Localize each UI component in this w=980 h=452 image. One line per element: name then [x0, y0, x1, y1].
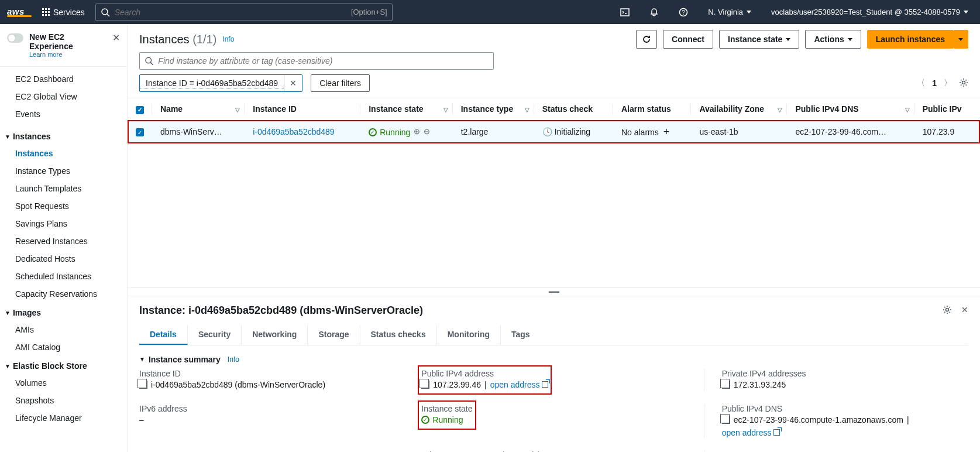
info-link[interactable]: Info [228, 355, 239, 364]
search-shortcut: [Option+S] [351, 8, 387, 16]
copy-icon[interactable] [722, 416, 730, 424]
cloudshell-icon [620, 8, 630, 17]
launch-instances-menu[interactable] [954, 30, 968, 49]
col-public-ip[interactable]: Public IPv [914, 98, 980, 120]
col-instance-type[interactable]: Instance type▽ [453, 98, 534, 120]
cell-instance-id[interactable]: i-0d469a5ba52cbd489 [253, 127, 334, 136]
svg-point-8 [946, 308, 949, 311]
copy-icon[interactable] [722, 381, 730, 389]
tab-details[interactable]: Details [139, 325, 188, 345]
external-link-icon [542, 381, 548, 388]
account-menu[interactable]: voclabs/user2538920=Test_Student @ 3552-… [766, 8, 973, 16]
sidebar-header-ebs[interactable]: ▼Elastic Block Store [0, 356, 127, 374]
aws-logo[interactable]: aws [7, 7, 32, 17]
col-status-check[interactable]: Status check [534, 98, 613, 120]
sidebar-item-spot-requests[interactable]: Spot Requests [0, 197, 127, 215]
open-address-link[interactable]: open address [490, 380, 549, 389]
add-alarm-button[interactable]: + [663, 126, 670, 138]
new-experience-toggle[interactable] [7, 33, 23, 43]
help-button[interactable]: ? [674, 8, 693, 17]
field-private-ipv4: Private IPv4 addresses 172.31.93.245 [704, 369, 968, 391]
info-link[interactable]: Info [222, 35, 234, 43]
sidebar-item-volumes[interactable]: Volumes [0, 374, 127, 392]
tab-monitoring[interactable]: Monitoring [437, 325, 501, 345]
sidebar-item-reserved-instances[interactable]: Reserved Instances [0, 232, 127, 250]
zoom-in-icon[interactable]: ⊕ [414, 127, 420, 136]
panel-splitter[interactable] [128, 287, 980, 296]
sidebar-header-instances[interactable]: ▼Instances [0, 126, 127, 145]
col-instance-state[interactable]: Instance state▽ [360, 98, 453, 120]
filter-chip: Instance ID = i-0d469a5ba52cbd489 ✕ [139, 74, 302, 92]
launch-instances-button[interactable]: Launch instances [867, 30, 954, 49]
filter-box[interactable] [139, 52, 494, 70]
col-public-dns[interactable]: Public IPv4 DNS▽ [787, 98, 914, 120]
notifications-button[interactable] [645, 8, 663, 17]
copy-icon[interactable] [139, 381, 147, 389]
tab-networking[interactable]: Networking [242, 325, 308, 345]
sidebar-item-scheduled-instances[interactable]: Scheduled Instances [0, 268, 127, 285]
services-menu[interactable]: Services [42, 8, 85, 17]
sidebar-item-savings-plans[interactable]: Savings Plans [0, 215, 127, 232]
learn-more-link[interactable]: Learn more [29, 51, 106, 58]
svg-point-7 [962, 81, 965, 84]
sidebar-item-snapshots[interactable]: Snapshots [0, 392, 127, 409]
tab-storage[interactable]: Storage [308, 325, 360, 345]
sidebar-item-lifecycle-manager[interactable]: Lifecycle Manager [0, 409, 127, 427]
filter-chip-text: Instance ID = i-0d469a5ba52cbd489 [140, 78, 284, 88]
filter-input[interactable] [158, 56, 489, 66]
col-availability-zone[interactable]: Availability Zone▽ [691, 98, 787, 120]
sidebar-item-amis[interactable]: AMIs [0, 321, 127, 338]
cell-dns: ec2-107-23-99-46.com… [787, 120, 914, 143]
cloudshell-button[interactable] [615, 8, 634, 17]
sidebar-item-capacity-reservations[interactable]: Capacity Reservations [0, 285, 127, 303]
col-name[interactable]: Name▽ [152, 98, 245, 120]
sidebar-item-ami-catalog[interactable]: AMI Catalog [0, 338, 127, 356]
field-public-ipv4: Public IPv4 address 107.23.99.46 | open … [421, 369, 686, 391]
instances-table: Name▽ Instance ID Instance state▽ Instan… [128, 98, 980, 143]
clear-filters-button[interactable]: Clear filters [311, 74, 370, 92]
grip-icon [549, 291, 559, 293]
sidebar-item-dedicated-hosts[interactable]: Dedicated Hosts [0, 250, 127, 268]
select-all-checkbox[interactable] [136, 106, 144, 114]
remove-filter-button[interactable]: ✕ [284, 75, 302, 91]
col-instance-id[interactable]: Instance ID [245, 98, 360, 120]
refresh-button[interactable] [636, 30, 657, 49]
col-alarm-status[interactable]: Alarm status [613, 98, 691, 120]
next-page-button[interactable]: 〉 [944, 78, 952, 88]
sidebar-header-images[interactable]: ▼Images [0, 303, 127, 321]
row-checkbox[interactable] [136, 128, 144, 136]
tab-security[interactable]: Security [188, 325, 242, 345]
svg-point-5 [146, 57, 152, 63]
close-icon[interactable]: ✕ [112, 32, 120, 43]
cell-az: us-east-1b [691, 120, 787, 143]
prev-page-button[interactable]: 〈 [917, 78, 925, 88]
search-input[interactable] [115, 8, 346, 17]
instance-state-button[interactable]: Instance state [719, 30, 799, 49]
field-public-dns: Public IPv4 DNS ec2-107-23-99-46.compute… [704, 404, 968, 437]
instance-summary-header[interactable]: ▼ Instance summary Info [139, 345, 968, 369]
caret-down-icon [786, 38, 790, 41]
cell-name: dbms-WinServ… [152, 120, 245, 143]
check-circle-icon [421, 416, 429, 424]
open-address-link[interactable]: open address [722, 428, 780, 437]
close-panel-button[interactable]: ✕ [961, 305, 968, 316]
actions-button[interactable]: Actions [805, 30, 861, 49]
sidebar-item-instances[interactable]: Instances [0, 145, 127, 162]
panel-settings-button[interactable] [943, 305, 952, 316]
sidebar-item-ec2-global-view[interactable]: EC2 Global View [0, 88, 127, 105]
svg-line-1 [107, 14, 109, 16]
settings-button[interactable] [959, 78, 968, 89]
sidebar-item-events[interactable]: Events [0, 105, 127, 123]
region-selector[interactable]: N. Virginia [703, 8, 756, 16]
table-row[interactable]: dbms-WinServ… i-0d469a5ba52cbd489 Runnin… [128, 120, 980, 143]
global-search[interactable]: [Option+S] [95, 4, 393, 21]
tab-tags[interactable]: Tags [501, 325, 541, 345]
sidebar-item-instance-types[interactable]: Instance Types [0, 162, 127, 180]
sidebar-item-launch-templates[interactable]: Launch Templates [0, 180, 127, 197]
zoom-out-icon[interactable]: ⊖ [424, 127, 430, 136]
tab-status-checks[interactable]: Status checks [360, 325, 437, 345]
copy-icon[interactable] [421, 381, 429, 389]
connect-button[interactable]: Connect [663, 30, 713, 49]
sidebar-item-ec2-dashboard[interactable]: EC2 Dashboard [0, 70, 127, 88]
services-label: Services [53, 8, 85, 17]
